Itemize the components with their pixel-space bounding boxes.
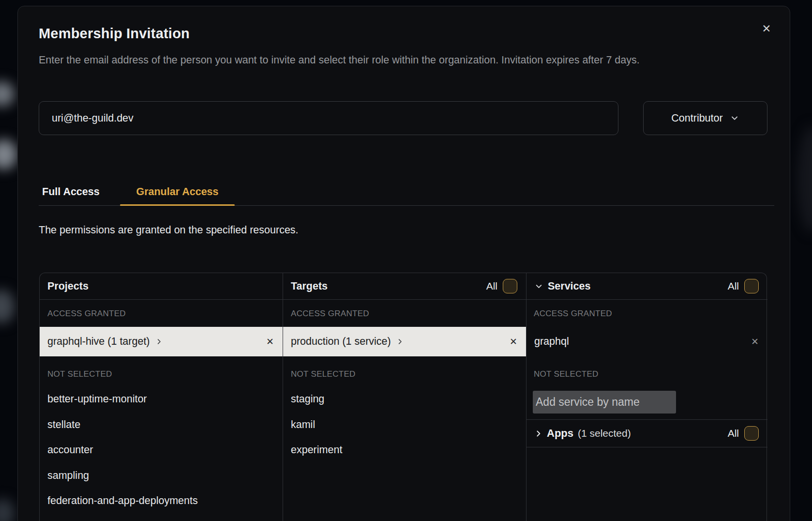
services-header-label: Services xyxy=(548,280,590,292)
background-blur-shape xyxy=(0,139,17,169)
services-not-selected-label: NOT SELECTED xyxy=(534,369,599,379)
services-access-granted-label: ACCESS GRANTED xyxy=(534,309,612,319)
granted-service-row[interactable]: graphql ✕ xyxy=(526,327,767,356)
projects-access-granted-label: ACCESS GRANTED xyxy=(47,309,126,319)
targets-not-selected-label: NOT SELECTED xyxy=(291,369,356,379)
granted-target-label: production (1 service) xyxy=(291,336,391,348)
project-item[interactable]: federation-and-app-deployments xyxy=(47,494,198,507)
permissions-note: The permissions are granted on the speci… xyxy=(39,224,299,236)
projects-not-selected-label: NOT SELECTED xyxy=(47,369,112,379)
apps-all-checkbox[interactable] xyxy=(744,426,759,441)
projects-column-header: Projects xyxy=(40,273,283,299)
targets-all-label: All xyxy=(486,280,497,292)
background-blur-shape xyxy=(0,499,15,521)
chevron-right-icon xyxy=(534,429,542,438)
chevron-down-icon xyxy=(730,113,739,123)
granted-service-label: graphql xyxy=(534,336,569,348)
remove-service-icon[interactable]: ✕ xyxy=(751,337,759,346)
targets-column-header: Targets All xyxy=(283,273,526,299)
email-input[interactable] xyxy=(39,101,618,135)
target-item[interactable]: experiment xyxy=(291,444,342,456)
projects-header-label: Projects xyxy=(47,280,89,292)
services-header-toggle[interactable]: Services xyxy=(534,280,590,292)
granted-project-label: graphql-hive (1 target) xyxy=(47,336,150,348)
header-divider xyxy=(40,299,767,300)
apps-divider-bottom xyxy=(526,447,767,447)
project-item[interactable]: stellate xyxy=(47,418,80,431)
active-tab-underline xyxy=(120,204,235,206)
granted-target-row[interactable]: production (1 service) ✕ xyxy=(283,327,526,356)
column-divider xyxy=(283,273,283,521)
dialog-title: Membership Invitation xyxy=(39,26,190,42)
background-blur-shape xyxy=(797,126,812,232)
targets-access-granted-label: ACCESS GRANTED xyxy=(291,309,369,319)
dialog-description: Enter the email address of the person yo… xyxy=(39,52,733,69)
membership-invitation-dialog: ✕ Membership Invitation Enter the email … xyxy=(17,6,790,521)
chevron-right-icon xyxy=(155,338,163,345)
targets-header-label: Targets xyxy=(291,280,328,292)
services-column-header: Services All xyxy=(526,273,767,299)
tab-granular-access[interactable]: Granular Access xyxy=(120,186,235,198)
apps-section-row[interactable]: Apps (1 selected) All xyxy=(526,420,767,447)
resources-table: Projects Targets All Services All ACCESS… xyxy=(39,273,767,521)
target-item[interactable]: kamil xyxy=(291,418,315,431)
services-all-checkbox[interactable] xyxy=(744,279,759,293)
role-select-value: Contributor xyxy=(671,112,722,124)
add-service-input[interactable] xyxy=(533,391,676,414)
column-divider xyxy=(526,273,526,521)
close-icon[interactable]: ✕ xyxy=(759,21,774,36)
apps-selected-count: (1 selected) xyxy=(578,428,631,439)
apps-label: Apps xyxy=(547,427,573,440)
remove-project-icon[interactable]: ✕ xyxy=(266,337,274,346)
target-item[interactable]: staging xyxy=(291,393,324,405)
background-blur-shape xyxy=(0,290,15,323)
project-item[interactable]: better-uptime-monitor xyxy=(47,393,147,405)
chevron-down-icon xyxy=(534,282,543,291)
project-item[interactable]: accounter xyxy=(47,444,93,456)
role-select[interactable]: Contributor xyxy=(643,101,767,135)
remove-target-icon[interactable]: ✕ xyxy=(510,337,517,346)
apps-all-label: All xyxy=(728,428,739,439)
services-all-label: All xyxy=(728,280,739,292)
chevron-right-icon xyxy=(396,338,404,345)
project-item[interactable]: sampling xyxy=(47,469,89,482)
granted-project-row[interactable]: graphql-hive (1 target) ✕ xyxy=(40,327,283,356)
background-blur-shape xyxy=(0,81,15,107)
tab-full-access[interactable]: Full Access xyxy=(42,186,100,198)
targets-all-checkbox[interactable] xyxy=(503,279,517,293)
